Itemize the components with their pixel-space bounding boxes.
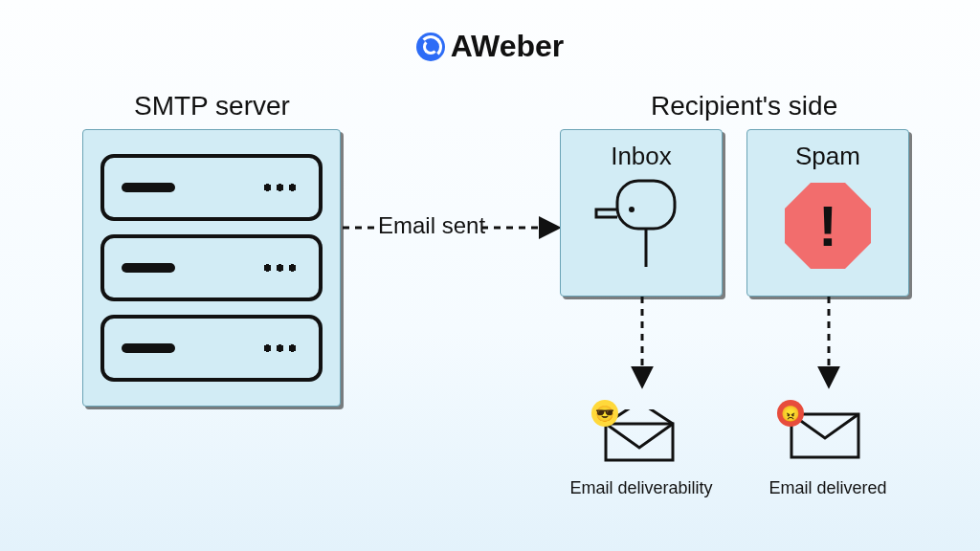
aweber-logo-text: AWeber	[451, 29, 565, 64]
spam-title: Spam	[747, 142, 908, 171]
mailbox-icon	[589, 171, 694, 267]
spam-card: Spam !	[746, 129, 909, 297]
server-rack-icon	[100, 234, 323, 301]
inbox-title: Inbox	[561, 142, 722, 171]
cool-emoji-icon: 😎	[591, 400, 618, 427]
inbox-caption: Email deliverability	[560, 478, 723, 498]
delivered-envelope-icon: 😠	[787, 409, 863, 462]
angry-emoji-icon: 😠	[777, 400, 804, 427]
aweber-logo: AWeber	[0, 29, 980, 64]
spam-to-result-arrow	[823, 297, 835, 392]
svg-point-3	[629, 207, 635, 212]
inbox-card: Inbox	[560, 129, 723, 297]
aweber-logo-mark	[416, 33, 445, 61]
svg-rect-2	[617, 181, 675, 229]
smtp-server-title: SMTP server	[134, 91, 290, 121]
email-sent-label: Email sent	[378, 212, 485, 239]
deliverability-envelope-icon: 😎	[601, 409, 678, 462]
spam-caption: Email delivered	[746, 478, 909, 498]
spam-stop-icon: !	[785, 183, 871, 269]
recipient-side-title: Recipient's side	[651, 91, 837, 121]
server-rack-icon	[100, 315, 323, 382]
inbox-to-result-arrow	[636, 297, 648, 392]
smtp-server-card	[82, 129, 341, 407]
server-rack-icon	[100, 154, 323, 221]
